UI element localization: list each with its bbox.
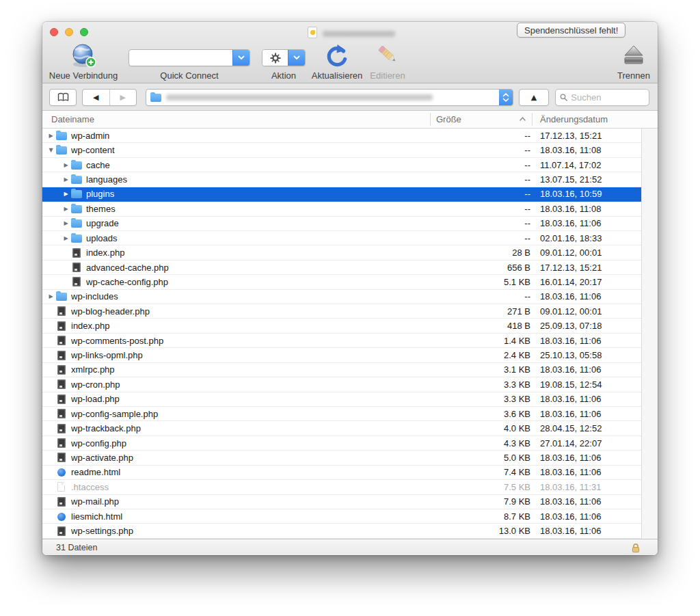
disclosure-triangle[interactable]: ▶ (61, 176, 71, 183)
donation-key-missing-button[interactable]: Spendenschlüssel fehlt! (517, 23, 625, 38)
back-button[interactable]: ◀ (83, 90, 110, 105)
column-header-modified[interactable]: Änderungsdatum (540, 114, 608, 124)
table-row[interactable]: xmlrpc.php 3.1 KB 18.03.16, 11:06 (42, 363, 641, 377)
file-modified-date: 18.03.16, 11:06 (540, 511, 641, 522)
table-row[interactable]: ▶ upgrade -- 18.03.16, 11:06 (42, 217, 641, 231)
path-stepper-button[interactable] (499, 89, 513, 106)
column-header-size[interactable]: Größe (436, 114, 461, 124)
new-connection-globe-icon[interactable] (70, 43, 98, 69)
file-name: liesmich.html (71, 511, 469, 522)
column-divider[interactable] (532, 113, 533, 126)
file-size: 3.3 KB (469, 379, 530, 390)
table-row[interactable]: wp-blog-header.php 271 B 09.01.12, 00:01 (42, 304, 641, 319)
file-size: -- (469, 233, 530, 243)
php-file-icon (57, 394, 66, 404)
table-row[interactable]: liesmich.html 8.7 KB 18.03.16, 11:06 (42, 509, 641, 524)
close-window-button[interactable] (50, 28, 58, 36)
file-size: -- (469, 218, 530, 228)
table-row[interactable]: wp-cron.php 3.3 KB 19.08.15, 12:54 (42, 377, 641, 392)
file-name: readme.html (71, 467, 469, 477)
disclosure-triangle[interactable]: ▶ (61, 220, 71, 226)
table-row[interactable]: wp-load.php 3.3 KB 18.03.16, 11:06 (42, 392, 641, 407)
table-row[interactable]: index.php 418 B 25.09.13, 07:18 (42, 319, 641, 333)
table-row[interactable]: wp-links-opml.php 2.4 KB 25.10.13, 05:58 (42, 348, 641, 362)
table-row[interactable]: wp-settings.php 13.0 KB 18.03.16, 11:06 (42, 524, 641, 538)
file-modified-date: 18.03.16, 11:08 (540, 204, 641, 214)
disclosure-triangle[interactable]: ▶ (46, 133, 56, 139)
file-size: -- (469, 131, 530, 141)
file-modified-date: 18.03.16, 11:06 (540, 218, 641, 228)
folder-icon (56, 132, 67, 140)
chevron-down-icon (293, 55, 300, 60)
file-name: index.php (71, 321, 469, 331)
table-row[interactable]: wp-trackback.php 4.0 KB 28.04.15, 12:52 (42, 421, 641, 436)
action-dropdown-button[interactable] (288, 50, 305, 66)
table-row[interactable]: ▶ cache -- 11.07.14, 17:02 (42, 158, 641, 172)
file-name: wp-config-sample.php (71, 409, 469, 419)
file-name: index.php (86, 247, 469, 258)
quick-connect-field[interactable] (129, 50, 232, 66)
file-modified-date: 17.12.13, 15:21 (540, 131, 641, 141)
path-dropdown[interactable] (146, 89, 513, 106)
file-modified-date: 19.08.15, 12:54 (540, 379, 641, 390)
table-row[interactable]: ▶ wp-admin -- 17.12.13, 15:21 (42, 129, 641, 143)
minimize-window-button[interactable] (65, 28, 73, 36)
file-modified-date: 18.03.16, 11:06 (540, 291, 641, 302)
table-row[interactable]: wp-cache-config.php 5.1 KB 16.01.14, 20:… (42, 275, 641, 289)
table-row[interactable]: ▶ languages -- 13.07.15, 21:52 (42, 172, 641, 187)
php-file-icon (57, 365, 66, 375)
zoom-window-button[interactable] (80, 28, 88, 36)
action-segmented-control[interactable] (262, 49, 306, 66)
file-size: 656 B (469, 263, 530, 273)
disclosure-triangle[interactable]: ▶ (61, 191, 71, 197)
table-row[interactable]: wp-config-sample.php 3.6 KB 18.03.16, 11… (42, 407, 641, 421)
php-file-icon (57, 351, 66, 360)
refresh-label: Aktualisieren (312, 70, 362, 81)
table-row[interactable]: readme.html 7.4 KB 18.03.16, 11:06 (42, 466, 641, 480)
quick-connect-combobox[interactable] (129, 49, 250, 66)
refresh-icon[interactable] (325, 43, 349, 68)
forward-button[interactable]: ▶ (110, 90, 137, 105)
table-row[interactable]: wp-mail.php 7.9 KB 18.03.16, 11:06 (42, 495, 641, 509)
disclosure-triangle[interactable]: ▶ (61, 235, 71, 241)
file-modified-date: 13.07.15, 21:52 (540, 174, 641, 185)
table-row[interactable]: .htaccess 7.5 KB 18.03.16, 11:31 (42, 480, 641, 494)
file-modified-date: 25.09.13, 07:18 (540, 321, 641, 331)
php-file-icon (57, 306, 66, 316)
disclosure-triangle[interactable]: ▶ (61, 206, 71, 212)
disconnect-eject-icon[interactable] (621, 44, 646, 67)
go-up-button[interactable]: ▲ (519, 89, 549, 106)
table-row[interactable]: index.php 28 B 09.01.12, 00:01 (42, 245, 641, 260)
table-row[interactable]: ▶ wp-includes -- 18.03.16, 11:06 (42, 290, 641, 304)
file-size: -- (469, 189, 530, 199)
table-row[interactable]: ▶ themes -- 18.03.16, 11:08 (42, 202, 641, 216)
search-field[interactable] (555, 89, 649, 106)
file-modified-date: 18.03.16, 11:06 (540, 453, 641, 463)
scrollbar-track[interactable] (641, 129, 658, 539)
disclosure-triangle[interactable]: ▶ (46, 293, 56, 299)
up-down-chevrons-icon (502, 93, 509, 102)
action-gear-button[interactable] (262, 50, 288, 66)
file-modified-date: 18.03.16, 11:06 (540, 409, 641, 419)
file-name: xmlrpc.php (71, 364, 469, 375)
disclosure-triangle[interactable]: ▶ (61, 162, 71, 168)
column-header-name[interactable]: Dateiname (51, 114, 94, 124)
bookmarks-button[interactable] (49, 89, 77, 106)
quick-connect-dropdown-button[interactable] (232, 50, 250, 66)
table-row[interactable]: ▶ plugins -- 18.03.16, 10:59 (42, 187, 641, 202)
table-row[interactable]: wp-comments-post.php 1.4 KB 18.03.16, 11… (42, 334, 641, 348)
php-file-icon (57, 321, 66, 331)
file-size: -- (469, 174, 530, 185)
table-row[interactable]: ▶ uploads -- 02.01.16, 18:33 (42, 231, 641, 245)
column-divider[interactable] (430, 113, 431, 126)
file-name: wp-config.php (71, 438, 469, 448)
table-row[interactable]: ▼ wp-content -- 18.03.16, 11:08 (42, 143, 641, 157)
table-row[interactable]: wp-config.php 4.3 KB 27.01.14, 22:07 (42, 436, 641, 451)
path-bar: ◀ ▶ ▲ (42, 83, 658, 111)
table-row[interactable]: wp-activate.php 5.0 KB 18.03.16, 11:06 (42, 451, 641, 465)
file-modified-date: 18.03.16, 11:06 (540, 364, 641, 375)
disclosure-triangle[interactable]: ▼ (46, 147, 56, 153)
lock-icon (630, 542, 641, 553)
table-row[interactable]: advanced-cache.php 656 B 17.12.13, 15:21 (42, 260, 641, 275)
search-input[interactable] (571, 92, 645, 103)
